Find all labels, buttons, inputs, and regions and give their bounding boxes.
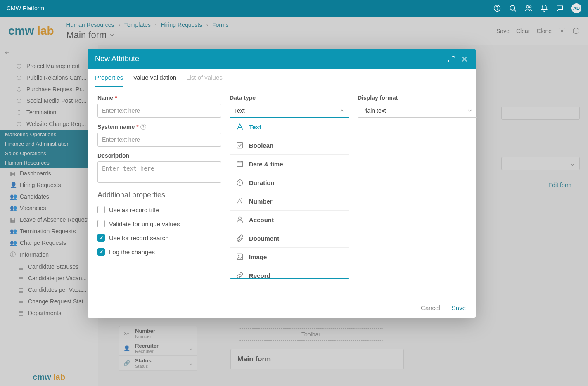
display-format-label: Display format	[358, 95, 477, 101]
chevron-down-icon	[467, 108, 473, 114]
datatype-option-number[interactable]: 1Number	[230, 192, 349, 211]
datatype-option-datetime[interactable]: Date & time	[230, 155, 349, 173]
app-title: CMW Platform	[7, 5, 44, 12]
name-label: Name*	[97, 95, 221, 101]
chat-icon[interactable]	[556, 4, 564, 12]
svg-point-4	[526, 6, 529, 8]
datatype-option-duration[interactable]: Duration	[230, 173, 349, 192]
tab-value-validation[interactable]: Value validation	[133, 69, 176, 87]
bell-icon[interactable]	[540, 4, 548, 12]
datatype-select[interactable]: Text	[230, 104, 349, 118]
sysname-label: System name* ?	[97, 123, 221, 130]
new-attribute-modal: New Attribute Properties Value validatio…	[88, 49, 476, 318]
name-input[interactable]	[97, 104, 221, 118]
datatype-option-account[interactable]: Account	[230, 211, 349, 229]
checkbox-unique[interactable]: Validate for unique values	[97, 217, 221, 231]
display-format-select[interactable]: Plain text	[358, 104, 477, 118]
checkbox-search[interactable]: Use for record search	[97, 231, 221, 245]
svg-point-1	[497, 10, 498, 10]
help-icon[interactable]	[493, 4, 501, 12]
svg-point-26	[239, 217, 242, 220]
additional-properties-heading: Additional properties	[97, 191, 221, 199]
expand-icon[interactable]	[448, 55, 455, 63]
svg-rect-17	[237, 142, 242, 148]
checkbox-log[interactable]: Log the changes	[97, 245, 221, 259]
svg-point-5	[529, 6, 531, 8]
svg-rect-18	[237, 161, 242, 167]
modal-title: New Attribute	[95, 54, 139, 63]
svg-point-28	[238, 255, 239, 256]
datatype-label: Data type	[230, 95, 349, 101]
description-input[interactable]	[97, 161, 221, 183]
avatar[interactable]: AD	[571, 3, 581, 13]
datatype-option-boolean[interactable]: Boolean	[230, 136, 349, 155]
datatype-option-document[interactable]: Document	[230, 229, 349, 248]
tab-list-of-values: List of values	[186, 69, 223, 87]
svg-rect-27	[237, 254, 242, 259]
save-button[interactable]: Save	[452, 304, 466, 311]
checkbox-record-title[interactable]: Use as record title	[97, 203, 221, 217]
datatype-option-text[interactable]: Text	[230, 118, 349, 136]
help-icon[interactable]: ?	[140, 124, 146, 130]
close-icon[interactable]	[461, 55, 468, 63]
datatype-option-record[interactable]: Record	[230, 266, 349, 279]
search-icon[interactable]	[509, 4, 517, 12]
description-label: Description	[97, 152, 221, 159]
sysname-input[interactable]	[97, 133, 221, 147]
datatype-dropdown: Text Boolean Date & time Duration 1Numbe…	[230, 118, 349, 279]
svg-point-2	[510, 5, 515, 10]
svg-text:1: 1	[241, 198, 243, 201]
chevron-up-icon	[339, 108, 345, 114]
people-icon[interactable]	[524, 4, 533, 12]
tab-properties[interactable]: Properties	[95, 69, 123, 87]
svg-line-3	[514, 9, 516, 11]
datatype-option-image[interactable]: Image	[230, 248, 349, 266]
cancel-button[interactable]: Cancel	[421, 304, 440, 311]
